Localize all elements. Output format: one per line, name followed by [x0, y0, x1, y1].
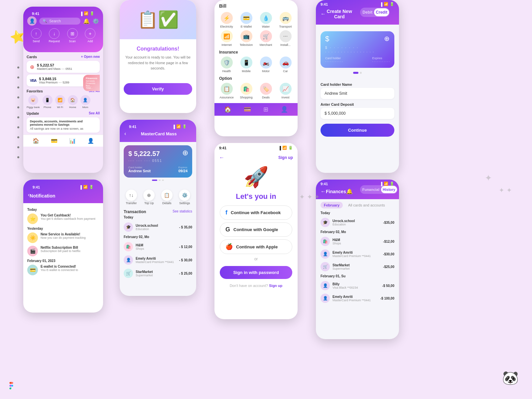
billy-icon-s8: 👤 — [321, 281, 330, 290]
transfer-action[interactable]: ↑↓ Transfer — [126, 190, 137, 205]
february-subtab[interactable]: February — [321, 202, 343, 208]
merchant-icon: 🛒 — [260, 30, 272, 42]
option-assurance[interactable]: 📋 Assurance — [218, 83, 235, 99]
fav-phone[interactable]: 📱 Phone — [43, 95, 53, 109]
shopping-icon: 🛍️ — [240, 83, 252, 95]
apple-signin-button[interactable]: 🍎 Continue with Apple — [220, 239, 292, 254]
open-new-button[interactable]: + Open new — [81, 55, 100, 59]
debit-tab[interactable]: Debit — [361, 8, 374, 16]
nav-home-icon[interactable]: 🏠 — [33, 138, 39, 144]
starmarket-icon-s8: 🛒 — [321, 262, 330, 271]
request-button[interactable]: ↓ Request — [49, 28, 60, 43]
details-action[interactable]: 📋 Details — [161, 190, 173, 205]
back-button-s7[interactable]: ← — [321, 11, 326, 17]
status-bar-s8: 9:41 ▐ 📶 🔋 — [316, 180, 399, 188]
nav-card-icon[interactable]: 💳 — [51, 138, 58, 144]
add-button[interactable]: + Add — [85, 28, 95, 43]
nav-stats-icon[interactable]: 📊 — [69, 138, 76, 144]
bill-transport[interactable]: 🚌 Transport — [277, 12, 294, 28]
signup-link-s6[interactable]: Sign up — [278, 155, 293, 160]
mc-logo-s7: ⊕ — [384, 35, 390, 43]
status-bar-s6: 9:41 ▐ 📶 🔋 — [214, 143, 298, 151]
home-screen: 9:41 ▐ 📶 🔋 👤 🔍 Search 🔔 ⚙️ ↑ Send ↓ — [23, 7, 103, 173]
create-card-screen: 9:41 ▐ 📶 🔋 ← Create New Card Debit Credi… — [316, 0, 399, 173]
verify-button[interactable]: Verify — [124, 83, 192, 95]
see-statistics-link[interactable]: See statistics — [173, 209, 192, 214]
nav-user-s5[interactable]: 👤 — [281, 106, 288, 113]
scan-button[interactable]: ⊞ Scan — [67, 28, 78, 43]
trans-hm: 🛍️ H&M Shops - $ 12,00 — [120, 240, 196, 253]
google-signin-button[interactable]: G Continue with Google — [220, 222, 292, 237]
back-button-s8[interactable]: ← — [321, 189, 326, 195]
signal-icon: ▐ — [80, 12, 82, 16]
topup-action[interactable]: ⊕ Top Up — [143, 190, 155, 205]
facebook-signin-button[interactable]: f Continue with Facebook — [220, 205, 292, 220]
nav-user-icon[interactable]: 👤 — [87, 138, 94, 144]
bill-water[interactable]: 💧 Water — [257, 12, 275, 28]
time-s8: 9:41 — [321, 182, 328, 186]
nav-qr-s5[interactable]: ⊞ — [263, 106, 268, 113]
fav-piggybank[interactable]: 🐷 Piggy bank — [27, 95, 40, 109]
gear-icon[interactable]: ⚙️ — [92, 18, 99, 24]
nav-home-s5[interactable]: 🏠 — [224, 106, 231, 113]
user-avatar[interactable]: 👤 — [27, 16, 37, 26]
card-item-mastercard[interactable]: ⊕ $ 5,222.57 MasterCard Mass ···· 0551 — [27, 61, 100, 73]
card-number: ···· ···· ···· 0551 — [128, 159, 188, 163]
credit-tab[interactable]: Credit — [374, 8, 389, 16]
send-button[interactable]: ↑ Send — [31, 28, 42, 43]
mascot-decoration: 🐼 — [502, 370, 519, 386]
bill-merchant[interactable]: 🛒 Merchant — [257, 30, 275, 47]
emely-icon-s8-1: 👤 — [321, 249, 330, 259]
nav-card-s5[interactable]: 💳 — [244, 106, 251, 113]
trans-urrock: 🎓 Urrock.school Education - $ 35,00 — [120, 220, 196, 234]
dollar-icon-s7: $ — [325, 35, 329, 43]
update-see-all[interactable]: See All — [89, 111, 100, 115]
signin-password-button[interactable]: Sign in with password — [220, 266, 292, 279]
wifi-s7: 📶 — [384, 2, 388, 6]
settings-action[interactable]: ⚙️ Settings — [179, 190, 190, 205]
card-detail-title: MasterCard Mass — [126, 131, 192, 136]
bill-electricity[interactable]: ⚡ Electricity — [218, 12, 235, 28]
bill-internet[interactable]: 📶 Internet — [218, 30, 235, 47]
signal-icon-s2: ▐ — [79, 185, 82, 189]
insurance-car[interactable]: 🚗 Car — [277, 57, 294, 73]
insurance-mobile[interactable]: 📱 Mobile — [237, 57, 255, 73]
bill-header: Bill — [214, 0, 298, 11]
option-shopping[interactable]: 🛍️ Shopping — [237, 83, 255, 99]
option-deals[interactable]: 🏷️ Deals — [257, 83, 275, 99]
bill-ewallet[interactable]: 💳 E-Wallet — [237, 12, 255, 28]
bill-television[interactable]: 📺 Television — [237, 30, 255, 47]
fav-wifi[interactable]: 📶 Wi Fi — [55, 95, 65, 109]
bell-icon[interactable]: 🔔 — [83, 18, 90, 24]
notification-title: Notification — [30, 193, 55, 199]
sparkle-decoration-2: ✦ ✦ — [499, 186, 512, 194]
battery-s7: 🔋 — [390, 2, 394, 6]
time-s1: 9:41 — [32, 12, 39, 16]
battery-s6: 🔋 — [288, 146, 293, 150]
holder-name-input[interactable] — [321, 88, 394, 99]
insurance-health[interactable]: 🛡️ Health — [218, 57, 235, 73]
bill-install[interactable]: ··· Install... — [277, 30, 294, 47]
back-button-s6[interactable]: ← — [219, 155, 224, 161]
notif-new-service: ☀️ New Service is Available! Now you can… — [27, 232, 99, 243]
wifi-s6: 📶 — [282, 146, 287, 150]
continue-button[interactable]: Continue — [321, 124, 394, 137]
signup-footer-link[interactable]: Sign up — [269, 284, 282, 288]
search-bar[interactable]: 🔍 Search — [39, 18, 80, 25]
insurance-grid: 🛡️ Health 📱 Mobile 🏍️ Motor 🚗 Car — [214, 55, 298, 74]
option-invest[interactable]: 📈 Invest — [277, 83, 294, 99]
deposit-input[interactable] — [321, 108, 394, 119]
bell-icon-s8[interactable]: 🔔 — [346, 188, 353, 195]
emely-icon: 👤 — [124, 255, 133, 265]
battery-s8: 🔋 — [390, 182, 394, 186]
option-label: Option — [214, 74, 298, 81]
fav-home[interactable]: 🏠 Home — [68, 95, 78, 109]
insurance-motor[interactable]: 🏍️ Motor — [257, 57, 275, 73]
update-item: Deposits, accounts, investments and pens… — [27, 117, 100, 133]
water-icon: 💧 — [260, 12, 272, 24]
option-grid: 📋 Assurance 🛍️ Shopping 🏷️ Deals 📈 Inves… — [214, 81, 298, 100]
insurance-label: Insurance — [214, 48, 298, 55]
signal-s7: ▐ — [380, 2, 382, 6]
fav-mom[interactable]: 👤 Mom — [80, 95, 90, 109]
all-cards-subtab[interactable]: All cards and accounts — [345, 202, 388, 208]
